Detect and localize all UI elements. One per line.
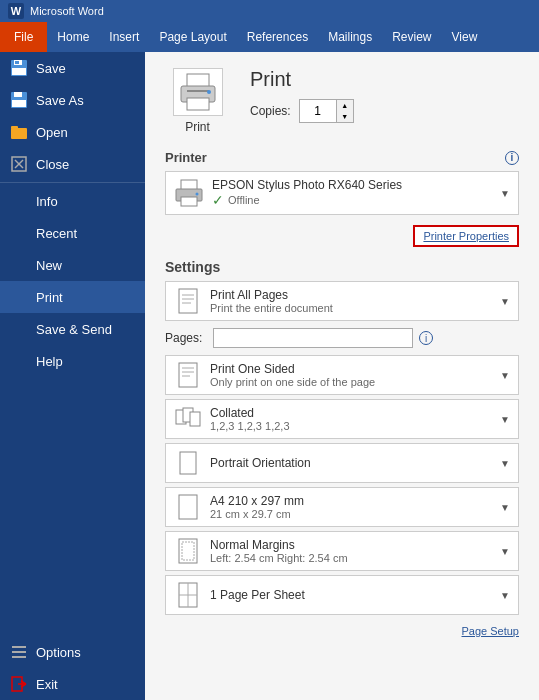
paper-size-icon	[174, 493, 202, 521]
printer-properties-button[interactable]: Printer Properties	[413, 225, 519, 247]
svg-point-23	[207, 90, 211, 94]
one-sided-icon	[174, 361, 202, 389]
printer-info-icon[interactable]: i	[505, 151, 519, 165]
setting-paper-size[interactable]: A4 210 x 297 mm 21 cm x 29.7 cm ▼	[165, 487, 519, 527]
copies-label: Copies:	[250, 104, 291, 118]
help-icon	[10, 352, 28, 370]
open-icon	[10, 123, 28, 141]
copies-up-button[interactable]: ▲	[337, 100, 353, 111]
tab-references[interactable]: References	[237, 22, 318, 52]
margins-dropdown-arrow-icon: ▼	[500, 546, 510, 557]
save-as-icon	[10, 91, 28, 109]
collated-icon	[174, 405, 202, 433]
setting-one-sided-text: Print One Sided Only print on one side o…	[210, 362, 500, 388]
svg-rect-32	[179, 363, 197, 387]
copies-down-button[interactable]: ▼	[337, 111, 353, 122]
tab-insert[interactable]: Insert	[99, 22, 149, 52]
sidebar-item-options[interactable]: Options	[0, 636, 145, 668]
svg-rect-39	[180, 452, 196, 474]
setting-pages-dropdown[interactable]: Print All Pages Print the entire documen…	[165, 281, 519, 321]
sidebar-item-exit[interactable]: Exit	[0, 668, 145, 700]
svg-rect-8	[11, 126, 18, 129]
svg-rect-26	[181, 197, 197, 206]
title-bar-text: Microsoft Word	[30, 5, 531, 17]
setting-orientation-text: Portrait Orientation	[210, 456, 500, 470]
pages-per-sheet-icon	[174, 581, 202, 609]
tab-page-layout[interactable]: Page Layout	[149, 22, 236, 52]
close-icon	[10, 155, 28, 173]
info-nav-icon	[10, 192, 28, 210]
tab-file[interactable]: File	[0, 22, 47, 52]
svg-rect-7	[11, 128, 27, 139]
setting-one-sided[interactable]: Print One Sided Only print on one side o…	[165, 355, 519, 395]
printer-info: EPSON Stylus Photo RX640 Series ✓ Offlin…	[212, 178, 500, 208]
svg-rect-28	[179, 289, 197, 313]
pages-row: Pages: i	[165, 325, 519, 351]
title-bar: W Microsoft Word	[0, 0, 539, 22]
settings-title: Settings	[165, 259, 519, 275]
setting-collated[interactable]: Collated 1,2,3 1,2,3 1,2,3 ▼	[165, 399, 519, 439]
tab-review[interactable]: Review	[382, 22, 441, 52]
pages-info-icon[interactable]: i	[419, 331, 433, 345]
content-area: Print Print Copies: ▲ ▼ Printer	[145, 52, 539, 700]
setting-margins[interactable]: Normal Margins Left: 2.54 cm Right: 2.54…	[165, 531, 519, 571]
tab-view[interactable]: View	[442, 22, 488, 52]
print-header: Print Print Copies: ▲ ▼	[165, 68, 519, 134]
sidebar-item-close[interactable]: Close	[0, 148, 145, 180]
print-details: Print Copies: ▲ ▼	[250, 68, 519, 123]
setting-pps-text: 1 Page Per Sheet	[210, 588, 500, 602]
save-icon	[10, 59, 28, 77]
page-setup-row: Page Setup	[165, 621, 519, 639]
sidebar-item-help[interactable]: Help	[0, 345, 145, 377]
sidebar-item-info[interactable]: Info	[0, 185, 145, 217]
ribbon: File Home Insert Page Layout References …	[0, 22, 539, 52]
printer-icon	[173, 68, 223, 116]
printer-status: ✓ Offline	[212, 192, 500, 208]
svg-point-27	[196, 193, 199, 196]
copies-input[interactable]	[300, 100, 336, 122]
svg-rect-13	[12, 651, 26, 653]
save-send-icon	[10, 320, 28, 338]
print-icon-box: Print	[165, 68, 230, 134]
printer-dropdown-arrow-icon[interactable]: ▼	[500, 188, 510, 199]
svg-rect-5	[14, 92, 22, 97]
exit-icon	[10, 675, 28, 693]
sidebar-item-open[interactable]: Open	[0, 116, 145, 148]
margins-icon	[174, 537, 202, 565]
sidebar-item-print[interactable]: Print	[0, 281, 145, 313]
sidebar: Save Save As Open	[0, 52, 145, 700]
pages-input[interactable]	[213, 328, 413, 348]
orientation-dropdown-arrow-icon: ▼	[500, 458, 510, 469]
setting-margins-text: Normal Margins Left: 2.54 cm Right: 2.54…	[210, 538, 500, 564]
svg-rect-21	[187, 90, 209, 92]
app-icon: W	[8, 3, 24, 19]
copies-spinner: ▲ ▼	[336, 100, 353, 122]
setting-orientation[interactable]: Portrait Orientation ▼	[165, 443, 519, 483]
sidebar-item-save-as[interactable]: Save As	[0, 84, 145, 116]
sidebar-item-save-send[interactable]: Save & Send	[0, 313, 145, 345]
setting-paper-text: A4 210 x 297 mm 21 cm x 29.7 cm	[210, 494, 500, 520]
tab-home[interactable]: Home	[47, 22, 99, 52]
sidebar-item-recent[interactable]: Recent	[0, 217, 145, 249]
orientation-icon	[174, 449, 202, 477]
page-setup-link[interactable]: Page Setup	[462, 625, 520, 637]
setting-pages-per-sheet[interactable]: 1 Page Per Sheet ▼	[165, 575, 519, 615]
paper-dropdown-arrow-icon: ▼	[500, 502, 510, 513]
print-nav-icon	[10, 288, 28, 306]
sidebar-item-save[interactable]: Save	[0, 52, 145, 84]
svg-rect-3	[12, 68, 26, 75]
one-sided-dropdown-arrow-icon: ▼	[500, 370, 510, 381]
printer-section-title: Printer i	[165, 150, 519, 165]
pps-dropdown-arrow-icon: ▼	[500, 590, 510, 601]
setting-collated-text: Collated 1,2,3 1,2,3 1,2,3	[210, 406, 500, 432]
svg-rect-12	[12, 646, 26, 648]
svg-rect-6	[12, 100, 26, 107]
status-icon: ✓	[212, 192, 224, 208]
tab-mailings[interactable]: Mailings	[318, 22, 382, 52]
svg-rect-14	[12, 656, 26, 658]
options-icon	[10, 643, 28, 661]
sidebar-item-new[interactable]: New	[0, 249, 145, 281]
print-title: Print	[250, 68, 519, 91]
printer-box[interactable]: EPSON Stylus Photo RX640 Series ✓ Offlin…	[165, 171, 519, 215]
setting-pages-text: Print All Pages Print the entire documen…	[210, 288, 500, 314]
